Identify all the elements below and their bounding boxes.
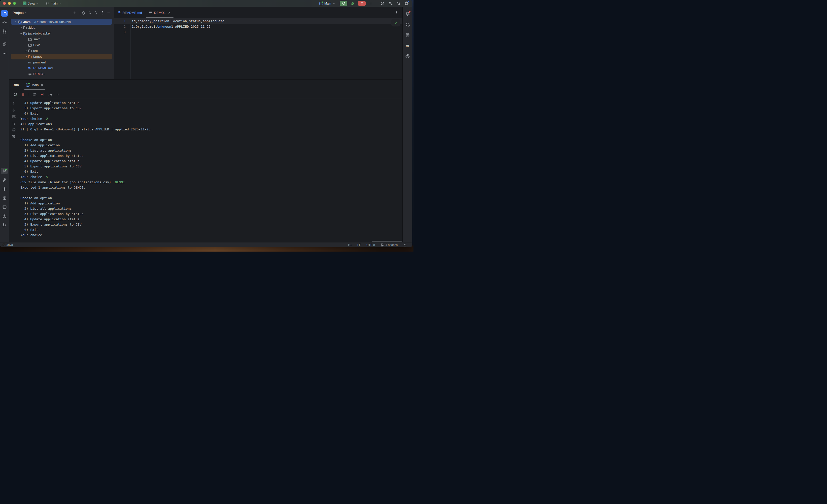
tree-item-label: src [33, 49, 38, 53]
file-settings-icon [381, 243, 384, 247]
editor-tab-demo1[interactable]: DEMO1 [145, 7, 174, 18]
vcs-branch-widget[interactable]: main [44, 1, 63, 6]
tree-item-label: target [33, 55, 42, 58]
more-v-button[interactable] [100, 11, 104, 15]
soft-wrap-button[interactable] [12, 114, 16, 119]
rerun-button[interactable] [340, 1, 347, 6]
expand-all-button[interactable] [88, 11, 92, 15]
editor-options-button[interactable] [394, 11, 398, 15]
editor-tab-readme-md[interactable]: M↓README.md [114, 7, 145, 18]
console-output[interactable]: 4) Update application status 5) Export a… [18, 99, 402, 242]
write-access-unlock-icon[interactable] [403, 243, 407, 247]
tool-window-button-run[interactable] [1, 168, 8, 174]
run-configuration-widget[interactable]: Main [318, 1, 336, 6]
close-icon[interactable] [41, 84, 43, 86]
zoom-window-button[interactable] [13, 2, 16, 5]
plus-button[interactable] [73, 11, 77, 15]
run-tab-main[interactable]: Main [23, 80, 46, 90]
chevron-right-icon[interactable] [24, 55, 28, 58]
text-file-icon [28, 72, 32, 76]
chevron-right-icon[interactable] [24, 49, 28, 52]
inspections-widget[interactable] [391, 19, 400, 27]
debug-button[interactable] [350, 1, 355, 6]
minimize-window-button[interactable] [8, 2, 11, 5]
line-separator-widget[interactable]: LF [357, 243, 361, 247]
printer-button[interactable] [12, 128, 16, 132]
tool-window-button-version-control[interactable] [1, 222, 8, 229]
editor-body[interactable]: 1id,company,position,location,status,app… [114, 18, 402, 79]
project-widget[interactable]: J Java [21, 1, 40, 6]
tree-item-readme-md[interactable]: M↓README.md [11, 65, 112, 71]
more-v-button[interactable] [369, 2, 373, 6]
tree-item-demo1[interactable]: DEMO1 [11, 71, 112, 77]
console-scrollbar[interactable] [372, 241, 402, 242]
arrow-up-button[interactable] [12, 101, 16, 106]
exit-button[interactable] [40, 92, 45, 97]
tree-item-pom-xml[interactable]: mpom.xml [11, 59, 112, 65]
chevron-down-icon[interactable] [19, 32, 23, 35]
tool-window-button-services[interactable] [1, 186, 8, 192]
chevron-right-icon[interactable] [19, 26, 23, 29]
tool-window-button-terminal[interactable] [1, 204, 8, 210]
console-line: 4) Update application status [20, 100, 402, 105]
close-icon[interactable] [168, 11, 171, 14]
stop-dim-button[interactable] [21, 92, 25, 97]
database-icon [405, 33, 410, 38]
tree-item-java[interactable]: Java~/Documents/GitHub/Java [11, 19, 112, 25]
project-panel-title-dropdown[interactable]: Project [13, 11, 28, 15]
tool-window-button-ai-chat[interactable] [404, 21, 411, 28]
markdown-icon: M↓ [118, 11, 120, 14]
camera-button[interactable] [33, 92, 37, 97]
tool-window-button-structure[interactable] [1, 41, 8, 48]
gauge-button[interactable] [48, 92, 52, 97]
tool-window-button-maven[interactable]: m [404, 42, 411, 49]
tree-item-mvn[interactable]: .mvn [11, 36, 112, 42]
locate-button[interactable] [82, 11, 86, 15]
encoding-widget[interactable]: UTF-8 [367, 243, 375, 247]
rerun-console-button[interactable] [13, 92, 17, 97]
settings-button[interactable] [404, 1, 409, 6]
trash-button[interactable] [12, 134, 16, 139]
tool-window-button-pull-requests[interactable] [1, 28, 8, 35]
user-input-text: 5 [46, 175, 48, 179]
tree-item-label: README.md [33, 66, 53, 70]
more-v-button[interactable] [56, 92, 60, 97]
tool-window-button-problems[interactable] [1, 213, 8, 219]
text-file-icon [149, 11, 152, 15]
hide-button[interactable] [107, 11, 111, 15]
tool-window-button-profiler[interactable] [1, 195, 8, 201]
arrow-down-button[interactable] [12, 108, 16, 112]
tool-window-button-commit[interactable] [1, 19, 8, 26]
ai-button[interactable] [380, 1, 385, 6]
tool-window-button-build[interactable] [1, 177, 8, 183]
scroll-end-button[interactable] [12, 121, 16, 125]
line-number[interactable]: 3 [114, 30, 130, 35]
tree-item-idea[interactable]: .idea [11, 25, 112, 31]
tool-window-button-database[interactable] [404, 32, 411, 38]
search-button[interactable] [396, 1, 401, 6]
add-user-button[interactable] [388, 1, 393, 6]
close-window-button[interactable] [3, 2, 6, 5]
project-tool-window: Project Java~/Documents/GitHub/Java.idea… [9, 7, 114, 79]
caret-position-widget[interactable]: 1:1 [347, 243, 352, 247]
tree-item-csv[interactable]: CSV [11, 42, 112, 48]
chevron-down-icon[interactable] [14, 20, 18, 23]
line-number[interactable]: 2 [114, 24, 130, 30]
editor-tab-bar: M↓README.mdDEMO1 [114, 7, 402, 18]
tool-window-button-more-h[interactable] [1, 50, 8, 57]
console-line: 5) Export applications to CSV [20, 164, 402, 169]
line-number[interactable]: 1 [114, 18, 130, 24]
markdown-icon: M↓ [28, 67, 33, 69]
collapse-all-button[interactable] [94, 11, 98, 15]
more-h-icon [2, 51, 7, 56]
tool-window-button-python[interactable] [404, 53, 411, 59]
tree-item-java-job-tracker[interactable]: java-job-tracker [11, 31, 112, 36]
statusbar-module-widget[interactable]: Java [3, 243, 13, 247]
tree-item-src[interactable]: src [11, 48, 112, 54]
editor-line-2: 21,Org1,Demo1,Unknown1,APPLIED,2025-11-2… [114, 24, 402, 30]
tool-window-button-project-folder[interactable] [1, 10, 8, 17]
stop-button[interactable] [358, 1, 366, 6]
tree-item-target[interactable]: target [11, 54, 112, 59]
tool-window-button-notifications[interactable] [404, 11, 411, 17]
indent-widget[interactable]: 4 spaces [381, 243, 398, 247]
